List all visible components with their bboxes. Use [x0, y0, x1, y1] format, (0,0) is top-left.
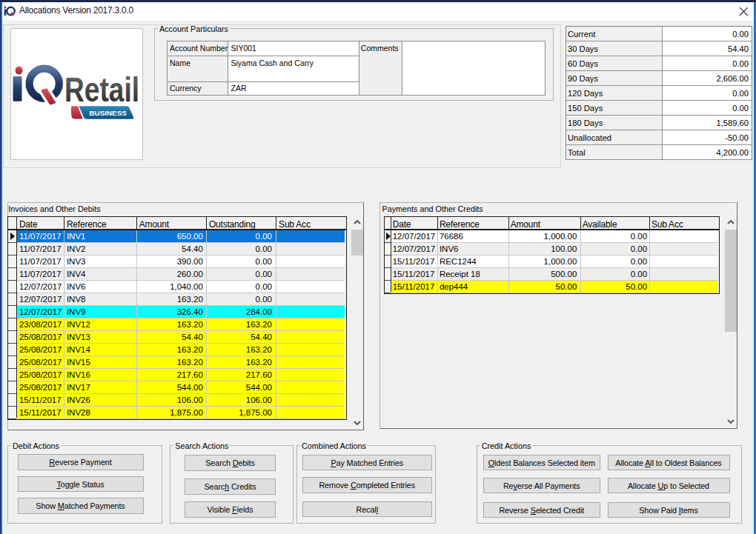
- svg-text:Retail: Retail: [64, 70, 139, 109]
- svg-text:BUSINESS: BUSINESS: [90, 110, 127, 117]
